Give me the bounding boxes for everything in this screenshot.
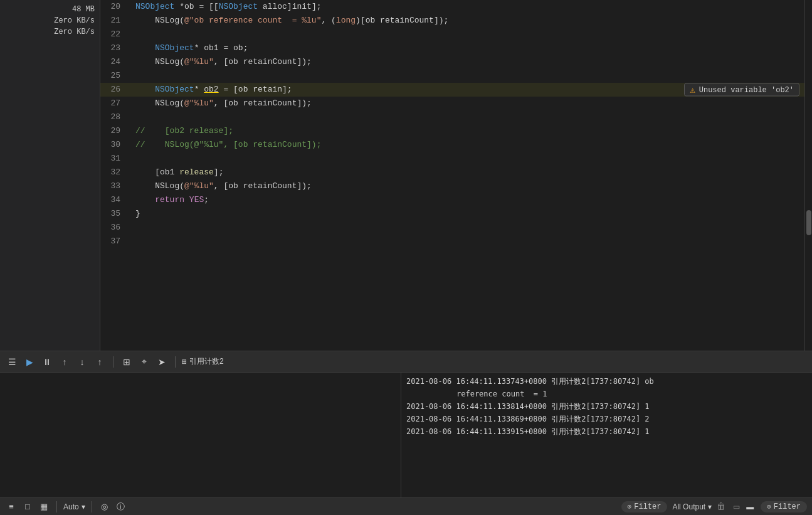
line-number-30: 30 [100, 138, 130, 152]
line-content-21: NSLog(@"ob reference count = %lu", (long… [130, 14, 804, 28]
kb2-value: Zero KB/s [54, 28, 95, 36]
all-output-button[interactable]: All Output ▾ [672, 502, 712, 511]
status-btn-box[interactable]: □ [21, 501, 34, 513]
bottom-panel: 2021-08-06 16:44:11.133743+0800 引用计数2[17… [0, 372, 812, 497]
toolbar-btn-step-out[interactable]: ↑ [93, 355, 107, 369]
filter-right[interactable]: ⊙ Filter [761, 501, 807, 512]
console-log-3: 2021-08-06 16:44:11.133869+0800 引用计数2[17… [406, 413, 807, 425]
line-content-30: // NSLog(@"%lu", [ob retainCount]); [130, 138, 804, 152]
scroll-thumb [806, 210, 811, 235]
all-output-chevron: ▾ [708, 502, 712, 511]
scroll-indicator[interactable] [804, 0, 812, 351]
line-number-31: 31 [100, 152, 130, 166]
auto-button[interactable]: Auto ▾ [63, 502, 85, 511]
code-line-23: 23 NSObject* ob1 = ob; [100, 41, 804, 55]
toolbar-btn-step-over[interactable]: ↑ [58, 355, 71, 369]
code-line-27: 27 NSLog(@"%lu", [ob retainCount]); [100, 97, 804, 110]
memory-value: 48 MB [72, 5, 95, 14]
delete-icon[interactable]: 🗑 [717, 502, 725, 512]
line-number-23: 23 [100, 41, 130, 55]
line-content-20: NSObject *ob = [[NSObject alloc]init]; [130, 0, 804, 14]
line-number-34: 34 [100, 193, 130, 207]
status-btn-grid[interactable]: ▦ [38, 501, 50, 513]
toolbar-btn-loc[interactable]: ⌖ [137, 355, 151, 369]
line-number-28: 28 [100, 110, 130, 124]
status-btn-list[interactable]: ≡ [5, 501, 18, 513]
line-content-32: [ob1 release]; [130, 166, 804, 179]
status-sep2 [92, 501, 92, 512]
line-number-36: 36 [100, 221, 130, 235]
layout-split-icon[interactable]: ▬ [744, 501, 756, 512]
console-left [0, 373, 401, 497]
sidebar-memory: 48 MB [72, 5, 95, 14]
toolbar-btn-arrow[interactable]: ➤ [155, 355, 169, 369]
auto-chevron: ▾ [82, 502, 85, 511]
code-line-36: 36 [100, 221, 804, 235]
line-number-20: 20 [100, 0, 130, 14]
toolbar-sep-2 [175, 356, 176, 368]
warning-icon: ⚠ [690, 85, 695, 95]
status-left: ≡ □ ▦ Auto ▾ ◎ ⓘ [5, 501, 616, 513]
debug-toolbar: ☰ ▶ ⏸ ↑ ↓ ↑ ⊞ ⌖ ➤ ⊞ 引用计数2 [0, 351, 812, 372]
filter-label-right: Filter [774, 502, 801, 511]
console-log-4: 2021-08-06 16:44:11.133915+0800 引用计数2[17… [406, 425, 807, 438]
filter-left[interactable]: ⊙ Filter [621, 501, 668, 512]
code-line-22: 22 [100, 28, 804, 41]
line-content-22 [130, 28, 804, 41]
line-content-31 [130, 152, 804, 166]
code-line-25: 25 [100, 69, 804, 83]
line-content-29: // [ob2 release]; [130, 124, 804, 138]
toolbar-citation-label: ⊞ 引用计数2 [182, 356, 224, 367]
status-right: All Output ▾ 🗑 ▭ ▬ ⊙ Filter [672, 501, 807, 512]
toolbar-btn-step-into[interactable]: ↓ [75, 355, 89, 369]
code-line-34: 34 return YES; [100, 193, 804, 207]
line-number-37: 37 [100, 235, 130, 248]
warning-text: Unused variable 'ob2' [699, 85, 794, 94]
line-content-23: NSObject* ob1 = ob; [130, 41, 804, 55]
line-content-36 [130, 221, 804, 235]
status-sep [56, 501, 57, 512]
toolbar-citation-text: 引用计数2 [189, 356, 224, 367]
code-line-30: 30 // NSLog(@"%lu", [ob retainCount]); [100, 138, 804, 152]
line-content-37 [130, 235, 804, 248]
sidebar-kb1: Zero KB/s [54, 16, 95, 25]
auto-label: Auto [63, 502, 79, 511]
code-line-26: 26 NSObject* ob2 = [ob retain]; ⚠ Unused… [100, 83, 804, 97]
console-log-1: 2021-08-06 16:44:11.133743+0800 引用计数2[17… [406, 375, 807, 388]
status-bar: ≡ □ ▦ Auto ▾ ◎ ⓘ ⊙ Filter All Output ▾ 🗑… [0, 497, 812, 515]
code-line-31: 31 [100, 152, 804, 166]
code-lines: 20 NSObject *ob = [[NSObject alloc]init]… [100, 0, 804, 248]
status-btn-info[interactable]: ⓘ [115, 501, 127, 513]
all-output-label: All Output [672, 502, 705, 511]
layout-single-icon[interactable]: ▭ [730, 501, 742, 512]
status-btn-eye[interactable]: ◎ [98, 501, 111, 513]
line-content-34: return YES; [130, 193, 804, 207]
code-editor[interactable]: 20 NSObject *ob = [[NSObject alloc]init]… [100, 0, 804, 351]
line-number-35: 35 [100, 207, 130, 221]
line-number-33: 33 [100, 179, 130, 193]
line-number-26: 26 [100, 83, 130, 97]
code-line-28: 28 [100, 110, 804, 124]
line-content-35: } [130, 207, 804, 221]
code-line-35: 35 } [100, 207, 804, 221]
toolbar-btn-play[interactable]: ▶ [23, 355, 36, 369]
filter-icon-left: ⊙ [628, 502, 632, 511]
warning-annotation: ⚠ Unused variable 'ob2' [684, 83, 799, 97]
sidebar: 48 MB Zero KB/s Zero KB/s [0, 0, 100, 351]
toolbar-btn-grid[interactable]: ⊞ [120, 355, 134, 369]
line-content-24: NSLog(@"%lu", [ob retainCount]); [130, 55, 804, 69]
line-number-21: 21 [100, 14, 130, 28]
code-line-21: 21 NSLog(@"ob reference count = %lu", (l… [100, 14, 804, 28]
sidebar-kb2: Zero KB/s [54, 28, 95, 36]
toolbar-btn-1[interactable]: ☰ [5, 355, 19, 369]
line-content-27: NSLog(@"%lu", [ob retainCount]); [130, 97, 804, 110]
toolbar-sep-1 [113, 356, 113, 368]
line-number-24: 24 [100, 55, 130, 69]
layout-icons: ▭ ▬ [730, 501, 756, 512]
line-number-27: 27 [100, 97, 130, 110]
console-log-2: 2021-08-06 16:44:11.133814+0800 引用计数2[17… [406, 400, 807, 413]
code-line-32: 32 [ob1 release]; [100, 166, 804, 179]
kb1-value: Zero KB/s [54, 16, 95, 25]
toolbar-btn-pause[interactable]: ⏸ [40, 355, 54, 369]
console-output[interactable]: 2021-08-06 16:44:11.133743+0800 引用计数2[17… [401, 373, 812, 497]
